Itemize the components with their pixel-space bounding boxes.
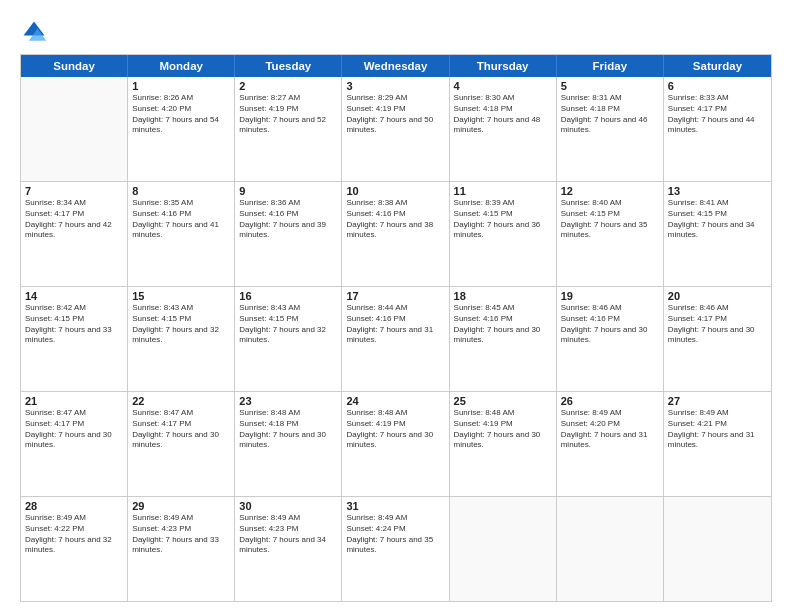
cell-day-number: 5 (561, 80, 659, 92)
calendar-row-2: 14Sunrise: 8:42 AM Sunset: 4:15 PM Dayli… (21, 287, 771, 392)
cell-sun-info: Sunrise: 8:49 AM Sunset: 4:23 PM Dayligh… (132, 513, 230, 556)
cell-day-number: 9 (239, 185, 337, 197)
cell-sun-info: Sunrise: 8:47 AM Sunset: 4:17 PM Dayligh… (25, 408, 123, 451)
cal-cell-1: 1Sunrise: 8:26 AM Sunset: 4:20 PM Daylig… (128, 77, 235, 181)
cal-cell-20: 20Sunrise: 8:46 AM Sunset: 4:17 PM Dayli… (664, 287, 771, 391)
cell-sun-info: Sunrise: 8:49 AM Sunset: 4:23 PM Dayligh… (239, 513, 337, 556)
calendar-row-1: 7Sunrise: 8:34 AM Sunset: 4:17 PM Daylig… (21, 182, 771, 287)
cal-cell-24: 24Sunrise: 8:48 AM Sunset: 4:19 PM Dayli… (342, 392, 449, 496)
cal-cell-19: 19Sunrise: 8:46 AM Sunset: 4:16 PM Dayli… (557, 287, 664, 391)
cal-cell-10: 10Sunrise: 8:38 AM Sunset: 4:16 PM Dayli… (342, 182, 449, 286)
cell-day-number: 23 (239, 395, 337, 407)
weekday-header-thursday: Thursday (450, 55, 557, 77)
cal-cell-7: 7Sunrise: 8:34 AM Sunset: 4:17 PM Daylig… (21, 182, 128, 286)
cell-sun-info: Sunrise: 8:45 AM Sunset: 4:16 PM Dayligh… (454, 303, 552, 346)
cal-cell-empty-4-4 (450, 497, 557, 601)
calendar-row-0: 1Sunrise: 8:26 AM Sunset: 4:20 PM Daylig… (21, 77, 771, 182)
cal-cell-18: 18Sunrise: 8:45 AM Sunset: 4:16 PM Dayli… (450, 287, 557, 391)
calendar-row-4: 28Sunrise: 8:49 AM Sunset: 4:22 PM Dayli… (21, 497, 771, 601)
cell-sun-info: Sunrise: 8:49 AM Sunset: 4:24 PM Dayligh… (346, 513, 444, 556)
cell-day-number: 6 (668, 80, 767, 92)
cell-day-number: 22 (132, 395, 230, 407)
page: SundayMondayTuesdayWednesdayThursdayFrid… (0, 0, 792, 612)
cell-sun-info: Sunrise: 8:31 AM Sunset: 4:18 PM Dayligh… (561, 93, 659, 136)
cell-sun-info: Sunrise: 8:27 AM Sunset: 4:19 PM Dayligh… (239, 93, 337, 136)
cell-day-number: 18 (454, 290, 552, 302)
cell-day-number: 8 (132, 185, 230, 197)
cal-cell-6: 6Sunrise: 8:33 AM Sunset: 4:17 PM Daylig… (664, 77, 771, 181)
cal-cell-31: 31Sunrise: 8:49 AM Sunset: 4:24 PM Dayli… (342, 497, 449, 601)
calendar: SundayMondayTuesdayWednesdayThursdayFrid… (20, 54, 772, 602)
cal-cell-21: 21Sunrise: 8:47 AM Sunset: 4:17 PM Dayli… (21, 392, 128, 496)
cell-day-number: 25 (454, 395, 552, 407)
cal-cell-5: 5Sunrise: 8:31 AM Sunset: 4:18 PM Daylig… (557, 77, 664, 181)
cell-day-number: 31 (346, 500, 444, 512)
cal-cell-29: 29Sunrise: 8:49 AM Sunset: 4:23 PM Dayli… (128, 497, 235, 601)
cell-day-number: 19 (561, 290, 659, 302)
cell-sun-info: Sunrise: 8:41 AM Sunset: 4:15 PM Dayligh… (668, 198, 767, 241)
cell-day-number: 15 (132, 290, 230, 302)
cell-sun-info: Sunrise: 8:49 AM Sunset: 4:21 PM Dayligh… (668, 408, 767, 451)
cell-sun-info: Sunrise: 8:49 AM Sunset: 4:20 PM Dayligh… (561, 408, 659, 451)
cell-sun-info: Sunrise: 8:43 AM Sunset: 4:15 PM Dayligh… (239, 303, 337, 346)
cal-cell-26: 26Sunrise: 8:49 AM Sunset: 4:20 PM Dayli… (557, 392, 664, 496)
cal-cell-14: 14Sunrise: 8:42 AM Sunset: 4:15 PM Dayli… (21, 287, 128, 391)
cell-day-number: 1 (132, 80, 230, 92)
cell-day-number: 3 (346, 80, 444, 92)
cell-sun-info: Sunrise: 8:43 AM Sunset: 4:15 PM Dayligh… (132, 303, 230, 346)
cell-sun-info: Sunrise: 8:30 AM Sunset: 4:18 PM Dayligh… (454, 93, 552, 136)
cell-sun-info: Sunrise: 8:49 AM Sunset: 4:22 PM Dayligh… (25, 513, 123, 556)
weekday-header-sunday: Sunday (21, 55, 128, 77)
cal-cell-empty-4-6 (664, 497, 771, 601)
cal-cell-28: 28Sunrise: 8:49 AM Sunset: 4:22 PM Dayli… (21, 497, 128, 601)
cal-cell-3: 3Sunrise: 8:29 AM Sunset: 4:19 PM Daylig… (342, 77, 449, 181)
cell-day-number: 13 (668, 185, 767, 197)
cal-cell-4: 4Sunrise: 8:30 AM Sunset: 4:18 PM Daylig… (450, 77, 557, 181)
cell-sun-info: Sunrise: 8:40 AM Sunset: 4:15 PM Dayligh… (561, 198, 659, 241)
cell-sun-info: Sunrise: 8:29 AM Sunset: 4:19 PM Dayligh… (346, 93, 444, 136)
cell-sun-info: Sunrise: 8:35 AM Sunset: 4:16 PM Dayligh… (132, 198, 230, 241)
weekday-header-tuesday: Tuesday (235, 55, 342, 77)
cell-sun-info: Sunrise: 8:36 AM Sunset: 4:16 PM Dayligh… (239, 198, 337, 241)
cell-sun-info: Sunrise: 8:47 AM Sunset: 4:17 PM Dayligh… (132, 408, 230, 451)
logo-icon (20, 18, 48, 46)
cal-cell-17: 17Sunrise: 8:44 AM Sunset: 4:16 PM Dayli… (342, 287, 449, 391)
cell-sun-info: Sunrise: 8:38 AM Sunset: 4:16 PM Dayligh… (346, 198, 444, 241)
cell-day-number: 30 (239, 500, 337, 512)
cell-day-number: 26 (561, 395, 659, 407)
cell-sun-info: Sunrise: 8:26 AM Sunset: 4:20 PM Dayligh… (132, 93, 230, 136)
cell-day-number: 16 (239, 290, 337, 302)
cal-cell-16: 16Sunrise: 8:43 AM Sunset: 4:15 PM Dayli… (235, 287, 342, 391)
cal-cell-12: 12Sunrise: 8:40 AM Sunset: 4:15 PM Dayli… (557, 182, 664, 286)
cal-cell-empty-0-0 (21, 77, 128, 181)
cal-cell-11: 11Sunrise: 8:39 AM Sunset: 4:15 PM Dayli… (450, 182, 557, 286)
cell-sun-info: Sunrise: 8:48 AM Sunset: 4:19 PM Dayligh… (346, 408, 444, 451)
cell-day-number: 2 (239, 80, 337, 92)
cell-sun-info: Sunrise: 8:48 AM Sunset: 4:18 PM Dayligh… (239, 408, 337, 451)
cell-day-number: 28 (25, 500, 123, 512)
cell-day-number: 21 (25, 395, 123, 407)
cell-day-number: 27 (668, 395, 767, 407)
cal-cell-8: 8Sunrise: 8:35 AM Sunset: 4:16 PM Daylig… (128, 182, 235, 286)
cal-cell-30: 30Sunrise: 8:49 AM Sunset: 4:23 PM Dayli… (235, 497, 342, 601)
cell-sun-info: Sunrise: 8:42 AM Sunset: 4:15 PM Dayligh… (25, 303, 123, 346)
cell-day-number: 20 (668, 290, 767, 302)
cell-sun-info: Sunrise: 8:46 AM Sunset: 4:17 PM Dayligh… (668, 303, 767, 346)
cell-day-number: 11 (454, 185, 552, 197)
weekday-header-saturday: Saturday (664, 55, 771, 77)
cal-cell-2: 2Sunrise: 8:27 AM Sunset: 4:19 PM Daylig… (235, 77, 342, 181)
cell-day-number: 4 (454, 80, 552, 92)
weekday-header-friday: Friday (557, 55, 664, 77)
cell-day-number: 24 (346, 395, 444, 407)
cell-sun-info: Sunrise: 8:46 AM Sunset: 4:16 PM Dayligh… (561, 303, 659, 346)
header (20, 18, 772, 46)
calendar-row-3: 21Sunrise: 8:47 AM Sunset: 4:17 PM Dayli… (21, 392, 771, 497)
cal-cell-9: 9Sunrise: 8:36 AM Sunset: 4:16 PM Daylig… (235, 182, 342, 286)
cell-sun-info: Sunrise: 8:44 AM Sunset: 4:16 PM Dayligh… (346, 303, 444, 346)
logo (20, 18, 52, 46)
cell-day-number: 12 (561, 185, 659, 197)
weekday-header-wednesday: Wednesday (342, 55, 449, 77)
cell-sun-info: Sunrise: 8:39 AM Sunset: 4:15 PM Dayligh… (454, 198, 552, 241)
cell-day-number: 10 (346, 185, 444, 197)
cell-sun-info: Sunrise: 8:34 AM Sunset: 4:17 PM Dayligh… (25, 198, 123, 241)
